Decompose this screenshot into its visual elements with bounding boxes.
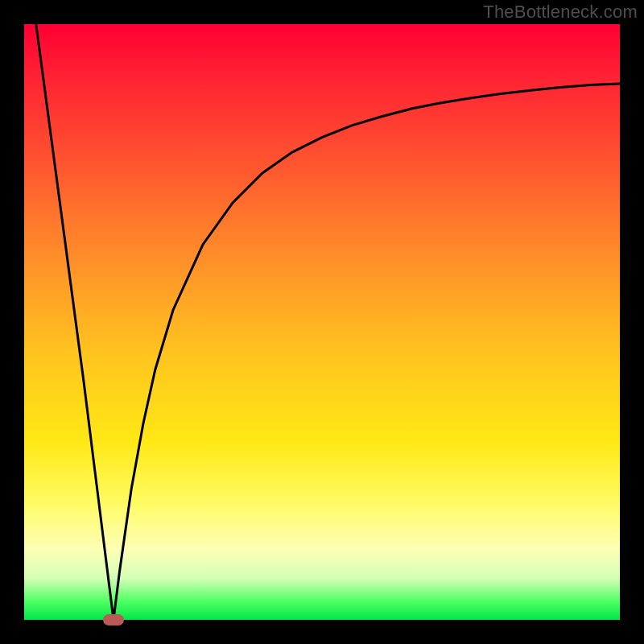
optimal-point-marker xyxy=(103,614,124,625)
chart-stage: TheBottleneck.com xyxy=(0,0,644,644)
plot-area xyxy=(24,24,620,620)
bottleneck-curve xyxy=(24,24,620,620)
watermark-text: TheBottleneck.com xyxy=(483,2,638,23)
